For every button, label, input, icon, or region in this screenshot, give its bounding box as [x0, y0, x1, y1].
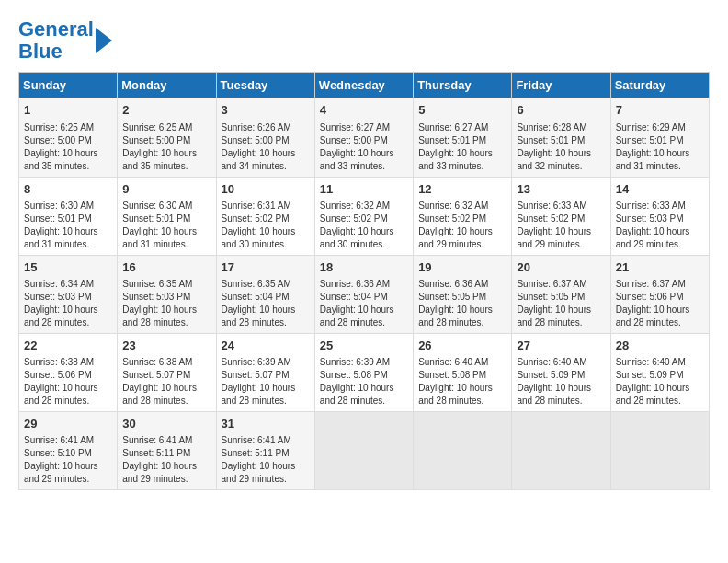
day-number: 12 [418, 181, 506, 198]
day-number: 7 [616, 102, 704, 119]
calendar-cell: 6Sunrise: 6:28 AM Sunset: 5:01 PM Daylig… [512, 98, 610, 177]
day-info: Sunrise: 6:31 AM Sunset: 5:02 PM Dayligh… [222, 200, 310, 251]
calendar-cell: 7Sunrise: 6:29 AM Sunset: 5:01 PM Daylig… [610, 98, 709, 177]
day-info: Sunrise: 6:41 AM Sunset: 5:11 PM Dayligh… [122, 434, 210, 486]
logo-blue: Blue [18, 40, 63, 63]
logo-general: General [18, 17, 94, 40]
day-info: Sunrise: 6:34 AM Sunset: 5:03 PM Dayligh… [24, 278, 112, 329]
calendar-cell: 20Sunrise: 6:37 AM Sunset: 5:05 PM Dayli… [512, 255, 610, 333]
day-number: 17 [222, 259, 310, 276]
logo-text: General Blue [18, 18, 94, 63]
day-number: 26 [418, 338, 506, 354]
calendar-cell: 18Sunrise: 6:36 AM Sunset: 5:04 PM Dayli… [314, 255, 413, 333]
day-info: Sunrise: 6:41 AM Sunset: 5:11 PM Dayligh… [222, 434, 310, 486]
calendar-cell [414, 412, 512, 490]
day-number: 1 [24, 102, 112, 119]
day-info: Sunrise: 6:25 AM Sunset: 5:00 PM Dayligh… [24, 121, 112, 173]
calendar-cell [314, 412, 413, 490]
calendar-cell: 21Sunrise: 6:37 AM Sunset: 5:06 PM Dayli… [610, 255, 709, 333]
calendar-cell: 5Sunrise: 6:27 AM Sunset: 5:01 PM Daylig… [414, 98, 512, 177]
day-number: 28 [616, 338, 704, 354]
calendar-header-wednesday: Wednesday [314, 73, 413, 98]
day-info: Sunrise: 6:37 AM Sunset: 5:06 PM Dayligh… [616, 278, 704, 329]
calendar-cell: 3Sunrise: 6:26 AM Sunset: 5:00 PM Daylig… [216, 98, 314, 177]
calendar-cell: 23Sunrise: 6:38 AM Sunset: 5:07 PM Dayli… [118, 333, 216, 411]
day-info: Sunrise: 6:28 AM Sunset: 5:01 PM Dayligh… [517, 121, 605, 173]
page-header: General Blue [18, 18, 710, 63]
day-info: Sunrise: 6:29 AM Sunset: 5:01 PM Dayligh… [616, 121, 704, 173]
calendar-cell: 27Sunrise: 6:40 AM Sunset: 5:09 PM Dayli… [512, 333, 610, 411]
calendar-header-row: SundayMondayTuesdayWednesdayThursdayFrid… [19, 73, 710, 98]
calendar-cell: 1Sunrise: 6:25 AM Sunset: 5:00 PM Daylig… [19, 98, 118, 177]
calendar-cell [512, 412, 610, 490]
calendar-cell: 8Sunrise: 6:30 AM Sunset: 5:01 PM Daylig… [19, 177, 118, 255]
day-number: 22 [24, 338, 112, 354]
day-number: 29 [24, 416, 112, 432]
day-number: 24 [222, 338, 310, 354]
day-info: Sunrise: 6:33 AM Sunset: 5:03 PM Dayligh… [616, 200, 704, 251]
calendar-cell: 15Sunrise: 6:34 AM Sunset: 5:03 PM Dayli… [19, 255, 118, 333]
day-number: 6 [517, 102, 605, 119]
day-info: Sunrise: 6:27 AM Sunset: 5:01 PM Dayligh… [418, 121, 506, 173]
day-info: Sunrise: 6:40 AM Sunset: 5:08 PM Dayligh… [418, 356, 506, 408]
logo-arrow-icon [96, 28, 112, 53]
calendar-cell: 28Sunrise: 6:40 AM Sunset: 5:09 PM Dayli… [610, 333, 709, 411]
day-info: Sunrise: 6:37 AM Sunset: 5:05 PM Dayligh… [517, 278, 605, 329]
calendar-cell: 19Sunrise: 6:36 AM Sunset: 5:05 PM Dayli… [414, 255, 512, 333]
day-info: Sunrise: 6:36 AM Sunset: 5:05 PM Dayligh… [418, 278, 506, 329]
calendar-week-1: 1Sunrise: 6:25 AM Sunset: 5:00 PM Daylig… [19, 98, 710, 177]
calendar-header-monday: Monday [118, 73, 216, 98]
calendar-header-friday: Friday [512, 73, 610, 98]
day-number: 15 [24, 259, 112, 276]
day-number: 10 [222, 181, 310, 198]
calendar-cell: 14Sunrise: 6:33 AM Sunset: 5:03 PM Dayli… [610, 177, 709, 255]
calendar-cell: 17Sunrise: 6:35 AM Sunset: 5:04 PM Dayli… [216, 255, 314, 333]
calendar-header-thursday: Thursday [414, 73, 512, 98]
day-number: 11 [320, 181, 408, 198]
day-number: 31 [222, 416, 310, 432]
calendar-week-3: 15Sunrise: 6:34 AM Sunset: 5:03 PM Dayli… [19, 255, 710, 333]
calendar-cell: 22Sunrise: 6:38 AM Sunset: 5:06 PM Dayli… [19, 333, 118, 411]
day-number: 27 [517, 338, 605, 354]
day-number: 23 [122, 338, 210, 354]
calendar-cell: 29Sunrise: 6:41 AM Sunset: 5:10 PM Dayli… [19, 412, 118, 490]
calendar-cell: 24Sunrise: 6:39 AM Sunset: 5:07 PM Dayli… [216, 333, 314, 411]
day-info: Sunrise: 6:30 AM Sunset: 5:01 PM Dayligh… [24, 200, 112, 251]
calendar-cell: 13Sunrise: 6:33 AM Sunset: 5:02 PM Dayli… [512, 177, 610, 255]
calendar-header-saturday: Saturday [610, 73, 709, 98]
day-number: 16 [122, 259, 210, 276]
day-info: Sunrise: 6:26 AM Sunset: 5:00 PM Dayligh… [222, 121, 310, 173]
calendar-cell: 16Sunrise: 6:35 AM Sunset: 5:03 PM Dayli… [118, 255, 216, 333]
calendar-cell: 2Sunrise: 6:25 AM Sunset: 5:00 PM Daylig… [118, 98, 216, 177]
day-info: Sunrise: 6:40 AM Sunset: 5:09 PM Dayligh… [517, 356, 605, 408]
calendar-header-sunday: Sunday [19, 73, 118, 98]
calendar-cell: 10Sunrise: 6:31 AM Sunset: 5:02 PM Dayli… [216, 177, 314, 255]
calendar-header-tuesday: Tuesday [216, 73, 314, 98]
day-number: 25 [320, 338, 408, 354]
calendar-week-2: 8Sunrise: 6:30 AM Sunset: 5:01 PM Daylig… [19, 177, 710, 255]
calendar-cell: 26Sunrise: 6:40 AM Sunset: 5:08 PM Dayli… [414, 333, 512, 411]
calendar-cell: 31Sunrise: 6:41 AM Sunset: 5:11 PM Dayli… [216, 412, 314, 490]
day-info: Sunrise: 6:40 AM Sunset: 5:09 PM Dayligh… [616, 356, 704, 408]
calendar-cell: 30Sunrise: 6:41 AM Sunset: 5:11 PM Dayli… [118, 412, 216, 490]
day-number: 2 [122, 102, 210, 119]
day-number: 21 [616, 259, 704, 276]
calendar-cell: 25Sunrise: 6:39 AM Sunset: 5:08 PM Dayli… [314, 333, 413, 411]
day-number: 3 [222, 102, 310, 119]
day-number: 30 [122, 416, 210, 432]
day-info: Sunrise: 6:35 AM Sunset: 5:04 PM Dayligh… [222, 278, 310, 329]
day-number: 4 [320, 102, 408, 119]
calendar-cell: 4Sunrise: 6:27 AM Sunset: 5:00 PM Daylig… [314, 98, 413, 177]
calendar-week-4: 22Sunrise: 6:38 AM Sunset: 5:06 PM Dayli… [19, 333, 710, 411]
calendar-cell: 9Sunrise: 6:30 AM Sunset: 5:01 PM Daylig… [118, 177, 216, 255]
day-info: Sunrise: 6:32 AM Sunset: 5:02 PM Dayligh… [418, 200, 506, 251]
day-number: 18 [320, 259, 408, 276]
calendar-table: SundayMondayTuesdayWednesdayThursdayFrid… [18, 72, 710, 490]
day-info: Sunrise: 6:41 AM Sunset: 5:10 PM Dayligh… [24, 434, 112, 486]
day-info: Sunrise: 6:38 AM Sunset: 5:06 PM Dayligh… [24, 356, 112, 408]
day-info: Sunrise: 6:35 AM Sunset: 5:03 PM Dayligh… [122, 278, 210, 329]
day-number: 9 [122, 181, 210, 198]
day-number: 13 [517, 181, 605, 198]
day-info: Sunrise: 6:27 AM Sunset: 5:00 PM Dayligh… [320, 121, 408, 173]
day-info: Sunrise: 6:30 AM Sunset: 5:01 PM Dayligh… [122, 200, 210, 251]
